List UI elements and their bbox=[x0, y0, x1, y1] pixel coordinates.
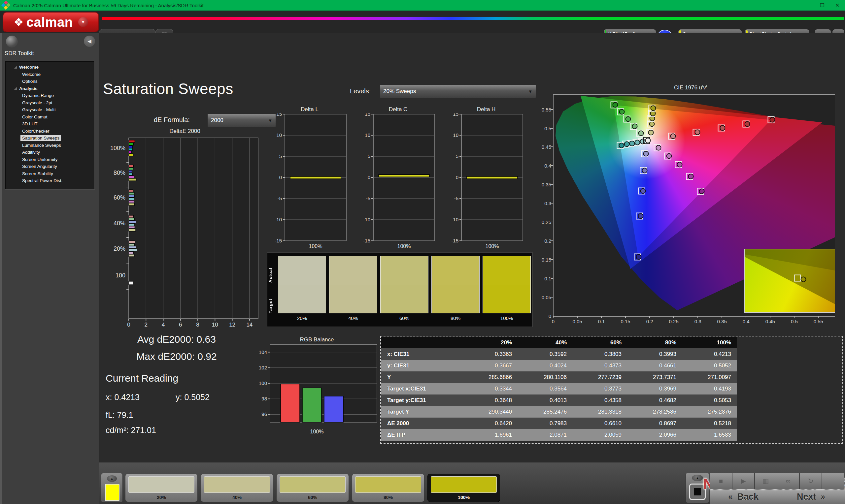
cell-value: 0.3592 bbox=[518, 348, 573, 360]
tool-button-loop[interactable]: ∞ bbox=[777, 473, 799, 489]
tool-button-chart[interactable]: ▥ bbox=[755, 473, 777, 489]
next-label: Next bbox=[797, 492, 816, 502]
x-tick-mark bbox=[577, 316, 578, 318]
sidebar-item-spectral-power-dist-[interactable]: Spectral Power Dist. bbox=[6, 177, 94, 184]
levels-dropdown[interactable]: 20% Sweeps ▼ bbox=[380, 85, 536, 98]
sidebar-group-analysis[interactable]: Analysis bbox=[6, 85, 94, 92]
sidebar-item-colorchecker[interactable]: ColorChecker bbox=[6, 128, 94, 135]
tick-label: 15 bbox=[276, 113, 282, 117]
tick-label: 100% bbox=[309, 244, 322, 249]
tool-button-more[interactable] bbox=[822, 473, 844, 489]
inset-target-marker bbox=[794, 275, 801, 282]
workflow-title: SDR Toolkit bbox=[5, 50, 34, 57]
swatch-cell-80%: 80% bbox=[432, 256, 480, 321]
current-color-panel[interactable]: ▲ bbox=[101, 473, 123, 503]
level-card-100%[interactable]: 100% bbox=[427, 474, 500, 502]
y-tick-label: 0 bbox=[538, 313, 551, 319]
calman-menu-button[interactable]: ❖ calman ▼ bbox=[3, 12, 99, 32]
cie-measured-marker bbox=[634, 140, 640, 145]
calman-diamond-icon: ❖ bbox=[14, 17, 23, 28]
x-tick-mark bbox=[673, 316, 674, 318]
cie-zoom-inset bbox=[744, 249, 835, 313]
tick-label: 100% bbox=[110, 145, 125, 151]
workflow-home-button[interactable] bbox=[6, 36, 18, 48]
sidebar-item-screen-uniformity[interactable]: Screen Uniformity bbox=[6, 156, 94, 163]
chevron-up-icon[interactable]: ▲ bbox=[107, 475, 117, 482]
sidebar-item-luminance-sweeps[interactable]: Luminance Sweeps bbox=[6, 142, 94, 149]
chevron-double-left-icon: « bbox=[728, 492, 733, 501]
calman-menu-arrow-icon[interactable]: ▼ bbox=[78, 17, 88, 27]
swatch-patch bbox=[482, 256, 531, 313]
swatch-patch bbox=[380, 256, 428, 313]
y-tick-label: 0.2 bbox=[538, 238, 551, 244]
tick-label: 2 bbox=[145, 322, 147, 328]
sidebar: ◀ SDR Toolkit WelcomeWelcomeOptionsAnaly… bbox=[0, 33, 99, 504]
y-tick-label: 0.1 bbox=[538, 276, 551, 281]
level-card-40%[interactable]: 40% bbox=[201, 474, 273, 502]
row-label: y: CIE31 bbox=[381, 360, 463, 372]
y-tick-mark bbox=[551, 297, 553, 298]
level-card-60%[interactable]: 60% bbox=[276, 474, 349, 502]
cell-value: 0.3363 bbox=[463, 348, 518, 360]
tool-button-play[interactable]: ▶ bbox=[732, 473, 755, 489]
column-header-40%: 40% bbox=[518, 337, 573, 348]
sidebar-item-saturation-sweeps[interactable]: Saturation Sweeps bbox=[6, 134, 94, 142]
x-tick-label: 0.55 bbox=[814, 319, 823, 324]
stop-button[interactable] bbox=[689, 484, 706, 500]
reading-cdm2: cd/m²: 271.01 bbox=[106, 426, 156, 435]
sidebar-item-grayscale-multi[interactable]: Grayscale - Multi bbox=[6, 106, 94, 113]
cie-measured-marker bbox=[636, 254, 642, 260]
cie-measured-marker bbox=[638, 131, 644, 136]
window-title: Calman 2025 Calman Ultimate for Business… bbox=[13, 3, 204, 8]
back-button[interactable]: « Back bbox=[710, 489, 777, 504]
x-tick-mark bbox=[601, 316, 602, 318]
de-formula-dropdown[interactable]: 2000 ▼ bbox=[207, 113, 276, 127]
row-label: Y bbox=[381, 372, 463, 383]
y-tick-label: 0.45 bbox=[538, 144, 551, 150]
sidebar-item-screen-stability[interactable]: Screen Stability bbox=[6, 170, 94, 178]
cell-value: 1.6961 bbox=[463, 429, 518, 441]
restore-button[interactable]: ❐ bbox=[815, 0, 830, 11]
x-tick-mark bbox=[722, 316, 722, 318]
tool-button-stop[interactable]: ■ bbox=[710, 473, 732, 489]
chevron-up-icon[interactable]: ▲ bbox=[692, 475, 703, 481]
tool-button-refresh[interactable]: ↻ bbox=[799, 473, 822, 489]
level-card-20%[interactable]: 20% bbox=[125, 474, 198, 502]
x-tick-mark bbox=[794, 316, 794, 318]
delta-c-chart: Delta C 151050-5-10-15100% bbox=[360, 106, 436, 250]
sidebar-item-grayscale-2pt[interactable]: Grayscale - 2pt bbox=[6, 99, 94, 107]
swatch-cell-20%: 20% bbox=[278, 256, 326, 321]
cell-value: 2.0871 bbox=[518, 429, 573, 441]
sidebar-item-additivity[interactable]: Additivity bbox=[6, 149, 94, 156]
chart-title: Delta L bbox=[272, 106, 348, 113]
tick-label: 0 bbox=[456, 175, 458, 180]
sidebar-collapse-button[interactable]: ◀ bbox=[84, 36, 95, 47]
close-button[interactable]: ✕ bbox=[830, 0, 845, 11]
tick-label: -15 bbox=[451, 238, 458, 244]
sidebar-item-dynamic-range[interactable]: Dynamic Range bbox=[6, 92, 94, 99]
level-card-80%[interactable]: 80% bbox=[352, 474, 424, 502]
x-tick-mark bbox=[698, 316, 698, 318]
swatch-cell-100%: 100% bbox=[482, 256, 531, 321]
y-tick-label: 0.3 bbox=[538, 200, 551, 206]
sidebar-item-welcome[interactable]: Welcome bbox=[6, 71, 94, 78]
column-header-100%: 100% bbox=[682, 337, 737, 348]
tick-label: 0 bbox=[127, 322, 130, 328]
minimize-button[interactable]: — bbox=[799, 0, 815, 11]
tick-label: 10 bbox=[276, 132, 282, 138]
x-tick-mark bbox=[746, 316, 746, 318]
next-button[interactable]: Next » bbox=[777, 489, 845, 504]
cell-value: 0.3564 bbox=[518, 383, 573, 395]
sidebar-item-color-gamut[interactable]: Color Gamut bbox=[6, 113, 94, 121]
swatch-label: 20% bbox=[278, 315, 326, 321]
cie-measured-marker bbox=[677, 162, 683, 167]
sidebar-item-options[interactable]: Options bbox=[6, 78, 94, 85]
tick-label: -15 bbox=[363, 238, 370, 244]
cie-measured-marker bbox=[688, 174, 693, 179]
refresh-icon: ↻ bbox=[808, 477, 814, 485]
column-header-60%: 60% bbox=[573, 337, 628, 348]
sidebar-item-screen-angularity[interactable]: Screen Angularity bbox=[6, 163, 94, 170]
results-table-zone[interactable]: 20%40%60%80%100%x: CIE310.33630.35920.38… bbox=[380, 336, 843, 444]
sidebar-item-3d-lut[interactable]: 3D LUT bbox=[6, 120, 94, 128]
sidebar-group-welcome[interactable]: Welcome bbox=[6, 64, 94, 71]
